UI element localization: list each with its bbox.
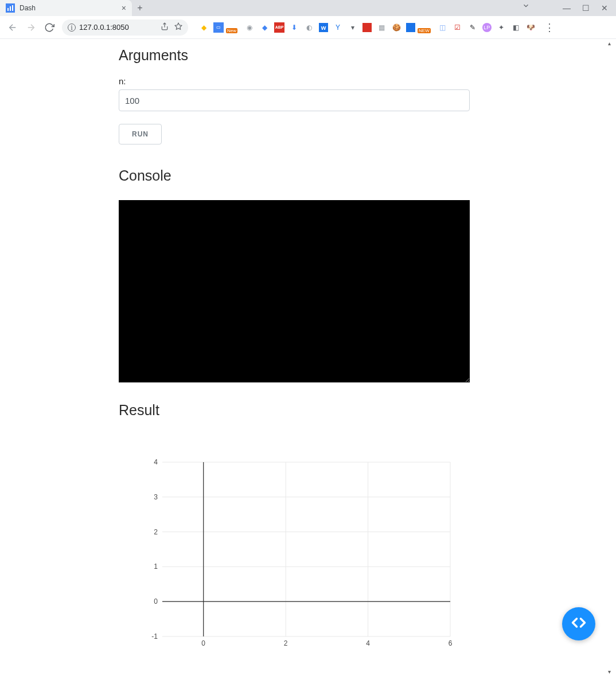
- console-heading: Console: [119, 167, 470, 184]
- svg-text:1: 1: [154, 562, 158, 571]
- extension-icon[interactable]: ▦: [376, 22, 387, 33]
- extension-icon[interactable]: ◉: [244, 22, 255, 33]
- browser-tab[interactable]: Dash ×: [0, 0, 132, 16]
- code-brackets-icon: [571, 615, 587, 633]
- arguments-heading: Arguments: [119, 47, 470, 64]
- n-input[interactable]: [119, 89, 470, 111]
- svg-rect-1: [10, 6, 11, 11]
- result-heading: Result: [119, 402, 470, 419]
- extension-icon[interactable]: ⬇: [289, 22, 299, 33]
- tab-search-chevron-icon[interactable]: [522, 2, 530, 12]
- extension-icon[interactable]: Y: [333, 22, 343, 33]
- url-text: 127.0.0.1:8050: [79, 23, 129, 32]
- svg-rect-2: [12, 5, 13, 11]
- window-close-icon[interactable]: ✕: [601, 3, 608, 13]
- tab-close-icon[interactable]: ×: [122, 3, 126, 13]
- main-content: Arguments n: RUN Console Result -1012340…: [119, 39, 470, 676]
- extension-icon[interactable]: ✎: [467, 22, 478, 33]
- new-badge: NEW: [418, 28, 431, 33]
- extension-abp-icon[interactable]: ABP: [274, 22, 284, 33]
- page-viewport: Arguments n: RUN Console Result -1012340…: [0, 39, 616, 676]
- new-badge: New: [226, 28, 237, 33]
- extension-icon[interactable]: LP: [482, 23, 492, 32]
- scroll-down-arrow-icon[interactable]: ▾: [608, 669, 615, 675]
- nav-reload-button[interactable]: [41, 19, 57, 36]
- extension-icon[interactable]: w: [319, 23, 328, 32]
- extension-icon[interactable]: 🐶: [526, 22, 536, 33]
- scroll-up-arrow-icon[interactable]: ▴: [608, 40, 615, 46]
- extension-icon[interactable]: ◆: [259, 22, 270, 33]
- svg-text:4: 4: [366, 639, 370, 647]
- browser-menu-icon[interactable]: ⋮: [541, 21, 558, 34]
- nav-forward-button[interactable]: [23, 19, 39, 36]
- svg-text:6: 6: [449, 639, 453, 647]
- extension-icon[interactable]: ☑: [453, 22, 463, 33]
- side-panel-icon[interactable]: ◧: [511, 22, 521, 33]
- svg-rect-0: [7, 8, 9, 11]
- dev-tools-fab[interactable]: [562, 607, 595, 640]
- extension-icon[interactable]: 🍪: [391, 22, 401, 33]
- window-maximize-icon[interactable]: ☐: [582, 3, 590, 13]
- extension-icon[interactable]: [362, 23, 372, 32]
- browser-tab-strip: Dash × + — ☐ ✕: [0, 0, 616, 16]
- svg-text:3: 3: [154, 493, 158, 501]
- site-info-icon[interactable]: i: [68, 24, 76, 32]
- extensions-puzzle-icon[interactable]: ✦: [496, 22, 506, 33]
- extension-icon[interactable]: ◐: [304, 22, 314, 33]
- window-controls: — ☐ ✕: [555, 0, 616, 16]
- share-icon[interactable]: [161, 22, 169, 33]
- nav-back-button[interactable]: [5, 19, 21, 36]
- extension-icon[interactable]: ◆: [198, 22, 209, 33]
- svg-text:2: 2: [154, 528, 158, 536]
- extension-dropdown-icon[interactable]: ▾: [348, 22, 358, 33]
- result-chart[interactable]: -1012340246: [146, 459, 456, 648]
- svg-text:2: 2: [284, 639, 288, 647]
- svg-text:4: 4: [154, 459, 158, 466]
- n-input-label: n:: [119, 76, 470, 86]
- browser-toolbar: i 127.0.0.1:8050 ◆ ▭ New ◉ ◆ ABP ⬇ ◐ w Y…: [0, 16, 616, 39]
- extension-icon[interactable]: ▭: [213, 22, 224, 33]
- extension-icon[interactable]: ◫: [438, 22, 448, 33]
- run-button[interactable]: RUN: [119, 124, 162, 144]
- svg-marker-6: [175, 23, 182, 29]
- svg-text:0: 0: [154, 597, 158, 605]
- window-minimize-icon[interactable]: —: [563, 3, 571, 13]
- extensions-row: ◆ ▭ New ◉ ◆ ABP ⬇ ◐ w Y ▾ ▦ 🍪 NEW ◫ ☑ ✎ …: [198, 21, 611, 34]
- address-bar[interactable]: i 127.0.0.1:8050: [62, 19, 188, 36]
- tab-title: Dash: [20, 4, 117, 12]
- tab-favicon-bar-chart-icon: [6, 3, 15, 13]
- bookmark-star-icon[interactable]: [174, 22, 182, 33]
- svg-text:0: 0: [201, 639, 205, 647]
- svg-text:-1: -1: [151, 632, 158, 640]
- console-output[interactable]: [119, 200, 470, 382]
- new-tab-button[interactable]: +: [132, 0, 148, 16]
- extension-icon[interactable]: [406, 23, 415, 32]
